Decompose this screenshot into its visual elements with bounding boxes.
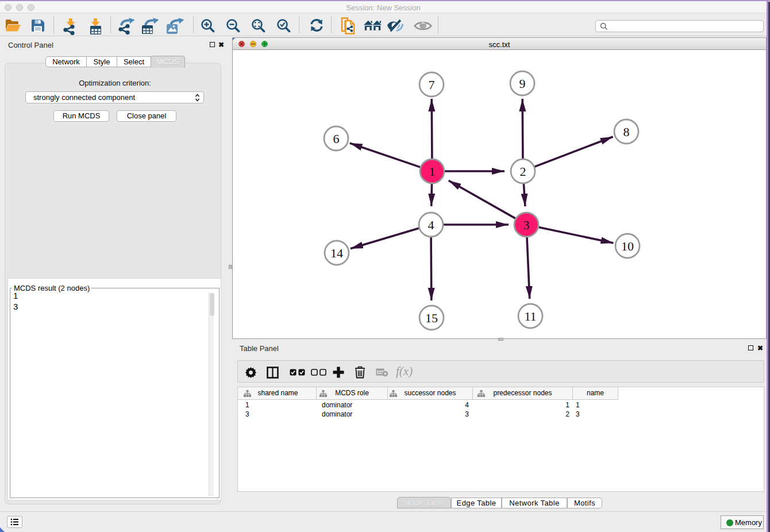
- svg-text:9: 9: [519, 76, 526, 91]
- svg-text:15: 15: [425, 311, 438, 325]
- svg-text:11: 11: [524, 309, 536, 323]
- svg-text:7: 7: [429, 78, 435, 92]
- svg-text:14: 14: [330, 246, 343, 260]
- svg-text:10: 10: [621, 239, 634, 253]
- svg-text:2: 2: [520, 164, 526, 179]
- svg-text:6: 6: [333, 132, 340, 146]
- svg-text:8: 8: [623, 125, 630, 139]
- svg-text:4: 4: [428, 218, 434, 232]
- svg-text:3: 3: [523, 218, 530, 232]
- svg-text:1: 1: [429, 164, 436, 179]
